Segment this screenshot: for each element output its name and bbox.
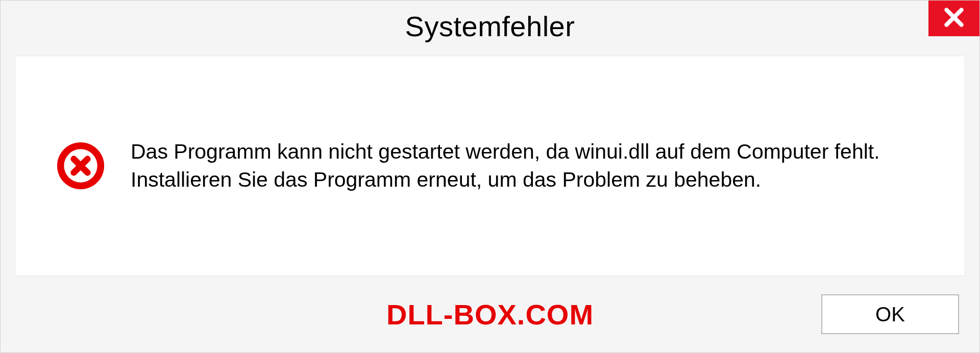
watermark-text: DLL-BOX.COM (386, 298, 594, 331)
close-button[interactable] (928, 1, 979, 36)
error-icon (56, 141, 105, 190)
dialog-title: Systemfehler (405, 10, 575, 43)
error-message: Das Programm kann nicht gestartet werden… (131, 138, 934, 194)
content-panel: Das Programm kann nicht gestartet werden… (15, 56, 965, 276)
dialog-footer: DLL-BOX.COM OK (1, 276, 979, 352)
error-dialog: Systemfehler Das Programm kann nicht ges… (0, 0, 980, 353)
ok-button[interactable]: OK (821, 294, 959, 334)
close-icon (943, 6, 965, 31)
titlebar: Systemfehler (1, 1, 979, 52)
